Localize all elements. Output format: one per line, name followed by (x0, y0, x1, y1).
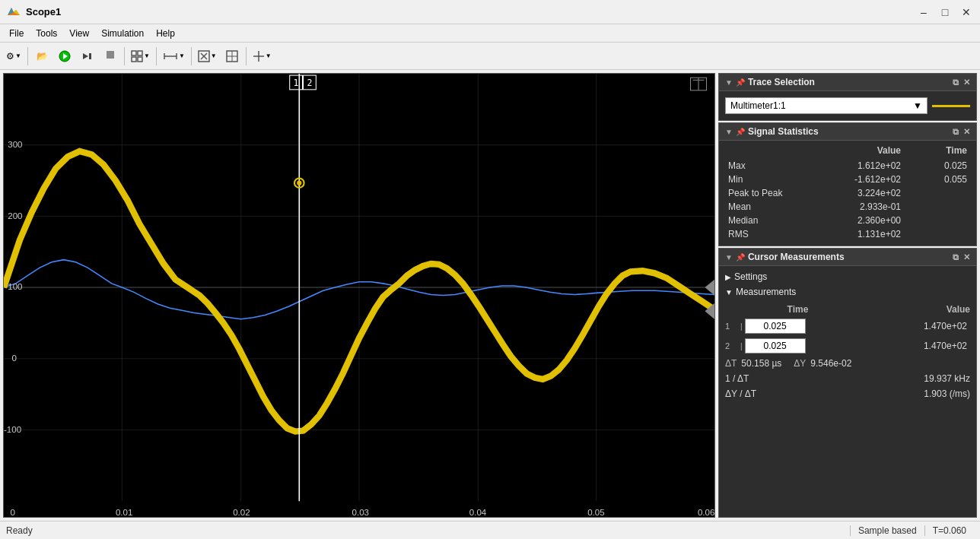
inv-dt-row: 1 / ΔT 19.937 kHz (725, 371, 970, 386)
popout-cursor-icon[interactable]: ⧉ (953, 252, 959, 262)
cursor-1-value: 1.470e+02 (806, 321, 970, 331)
popout-sig-icon[interactable]: ⧉ (953, 127, 959, 137)
delta-row: ΔT 50.158 µs ΔY 9.546e-02 (725, 356, 970, 371)
trace-dropdown-value: Multimeter1:1 (730, 100, 786, 111)
window-title: Scope1 (26, 6, 61, 17)
right-panel: ▼ 📌 Trace Selection ⧉ ✕ Multimeter1:1 ▼ (718, 73, 977, 518)
run-button[interactable] (54, 46, 75, 67)
step-button[interactable] (77, 46, 98, 67)
cursor-2-time-input[interactable] (745, 338, 806, 354)
menu-tools[interactable]: Tools (30, 27, 63, 40)
settings-arrow-icon: ▶ (725, 273, 731, 281)
popout-icon[interactable]: ⧉ (953, 78, 959, 87)
autoscale-button[interactable] (221, 46, 243, 67)
dy-dt-value: 1.903 (/ms) (924, 388, 970, 399)
cursor-1-time-input[interactable] (745, 319, 806, 334)
svg-text:0.01: 0.01 (116, 508, 132, 517)
cursor-1-row: 1 | 1.470e+02 (725, 316, 970, 336)
signal-stats-table: Value Time Max 1.612e+02 0.025 Min -1.61… (719, 141, 976, 246)
trace-dropdown[interactable]: Multimeter1:1 ▼ (725, 97, 928, 114)
measurements-table: Time Value 1 | 1.470e+02 2 | (725, 303, 970, 401)
trace-selection-header: ▼ 📌 Trace Selection ⧉ ✕ (719, 74, 976, 91)
measurements-section-header[interactable]: ▼ Measurements (725, 284, 970, 300)
main-content: 1 2 300 200 100 0 -100 0 0.01 0.02 0 (0, 70, 980, 521)
cursor-1-index: 1 (725, 322, 740, 331)
panel-header-controls: ⧉ ✕ (953, 78, 970, 87)
layout-button[interactable]: ▼ (128, 46, 153, 67)
close-button[interactable]: ✕ (959, 5, 974, 20)
stats-col-label (728, 145, 804, 156)
svg-point-42 (297, 181, 301, 185)
svg-rect-6 (89, 53, 91, 59)
meas-header-row: Time Value (725, 303, 970, 316)
cursor-2-row: 2 | 1.470e+02 (725, 336, 970, 356)
stats-label-4: Median (728, 215, 804, 226)
zoom-button[interactable]: ▼ (195, 46, 220, 67)
toolbar-separator-1 (27, 47, 28, 65)
trace-selection-panel: ▼ 📌 Trace Selection ⧉ ✕ Multimeter1:1 ▼ (718, 73, 977, 121)
cursor-meas-header-left: ▼ 📌 Cursor Measurements (725, 252, 845, 262)
chevron-down-icon-5: ▼ (266, 52, 272, 59)
svg-text:0.04: 0.04 (469, 508, 487, 517)
menu-simulation[interactable]: Simulation (95, 27, 150, 40)
scope-plot[interactable]: 1 2 300 200 100 0 -100 0 0.01 0.02 0 (3, 73, 715, 518)
settings-section-header[interactable]: ▶ Settings (725, 269, 970, 284)
cursor-meas-header: ▼ 📌 Cursor Measurements ⧉ ✕ (719, 249, 976, 266)
menu-file[interactable]: File (3, 27, 30, 40)
step-icon (81, 50, 94, 62)
meas-col-value-header: Value (855, 304, 970, 315)
delta-t-value: 50.158 µs (741, 358, 781, 369)
sig-stats-header-left: ▼ 📌 Signal Statistics (725, 126, 819, 137)
stats-value-0: 1.612e+02 (825, 160, 901, 171)
trace-selection-content: Multimeter1:1 ▼ (719, 91, 976, 120)
svg-text:-100: -100 (4, 425, 21, 434)
stats-time-1: 0.055 (921, 174, 967, 185)
chevron-down-icon: ▼ (15, 52, 21, 59)
stats-label-2: Peak to Peak (728, 188, 804, 198)
svg-text:1: 1 (294, 78, 299, 88)
trace-line-preview (932, 105, 970, 107)
pin-sig-icon: 📌 (736, 128, 745, 136)
close-cursor-panel-icon[interactable]: ✕ (963, 252, 970, 262)
stats-row-2: Peak to Peak 3.224e+02 (725, 186, 970, 200)
menu-help[interactable]: Help (150, 27, 181, 40)
svg-rect-10 (132, 57, 136, 62)
time-range-icon (163, 50, 178, 62)
stats-label-0: Max (728, 160, 804, 171)
trace-selection-title: Trace Selection (748, 77, 815, 87)
svg-text:0.02: 0.02 (233, 508, 250, 517)
menu-bar: File Tools View Simulation Help (0, 24, 980, 43)
cursor-1-marker: | (740, 322, 743, 331)
maximize-button[interactable]: □ (937, 5, 953, 20)
expand-sig-icon: ▼ (725, 128, 733, 136)
cursor-2-value: 1.470e+02 (806, 341, 970, 351)
svg-rect-9 (138, 51, 142, 55)
open-file-button[interactable]: 📂 (31, 46, 52, 67)
expand-cursor-icon: ▼ (725, 253, 733, 262)
stats-row-4: Median 2.360e+00 (725, 214, 970, 227)
close-sig-panel-icon[interactable]: ✕ (963, 127, 970, 137)
cursor-tool-button[interactable]: ▼ (250, 46, 275, 67)
time-range-button[interactable]: ▼ (160, 46, 188, 67)
layout-icon (131, 50, 143, 62)
settings-button[interactable]: ⚙ ▼ (3, 46, 24, 67)
cursor-meas-header-controls: ⧉ ✕ (953, 252, 970, 262)
stop-button[interactable] (100, 46, 121, 67)
inv-dt-value: 19.937 kHz (924, 373, 970, 384)
minimize-button[interactable]: – (916, 5, 931, 20)
pin-icon: 📌 (736, 78, 745, 87)
dy-dt-row: ΔY / ΔT 1.903 (/ms) (725, 386, 970, 401)
cursor-2-marker: | (740, 342, 743, 350)
menu-view[interactable]: View (63, 27, 95, 40)
matlab-logo-icon (6, 5, 21, 20)
stats-time-2 (921, 188, 967, 198)
stats-row-0: Max 1.612e+02 0.025 (725, 159, 970, 173)
svg-text:0: 0 (11, 354, 16, 363)
dropdown-arrow-icon: ▼ (913, 100, 922, 111)
cursor-meas-content: ▶ Settings ▼ Measurements Time Value 1 (719, 266, 976, 406)
svg-text:0: 0 (10, 508, 14, 517)
stats-row-3: Mean 2.933e-01 (725, 200, 970, 214)
close-panel-icon[interactable]: ✕ (963, 78, 970, 87)
stats-time-5 (921, 229, 967, 239)
meas-col-idx-header (725, 304, 740, 315)
